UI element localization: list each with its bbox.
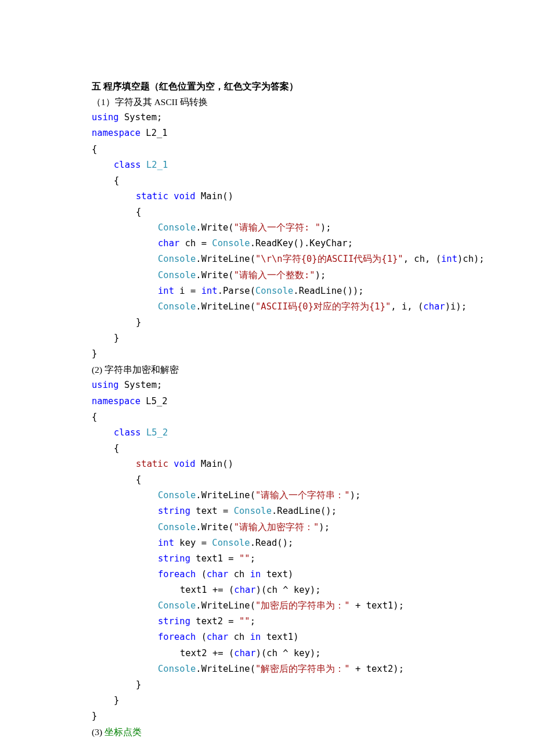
code-line: class L5_2 (92, 425, 447, 441)
code-line: char ch = Console.ReadKey().KeyChar; (92, 236, 447, 251)
code-line: namespace L2_1 (92, 125, 447, 141)
code-line: { (92, 204, 447, 220)
code-line: Console.WriteLine("\r\n字符{0}的ASCII代码为{1}… (92, 251, 447, 267)
code-line: { (92, 472, 447, 488)
code-line: } (92, 708, 447, 724)
code-line: string text1 = ""; (92, 551, 447, 567)
section-title: 五 程序填空题（红色位置为空，红色文字为答案） (92, 78, 447, 94)
code-line: Console.WriteLine("请输入一个字符串："); (92, 488, 447, 503)
code-line: { (92, 173, 447, 189)
code-line: Console.Write("请输入加密字符："); (92, 520, 447, 535)
code-line: namespace L5_2 (92, 394, 447, 409)
document-page: 五 程序填空题（红色位置为空，红色文字为答案） （1）字符及其 ASCII 码转… (0, 0, 534, 756)
code-line: static void Main() (92, 189, 447, 204)
subsection-3-heading: (3) 坐标点类 (92, 724, 447, 740)
code-line: } (92, 346, 447, 362)
subsection-1-heading: （1）字符及其 ASCII 码转换 (92, 94, 447, 110)
code-line: { (92, 441, 447, 456)
code-line: Console.WriteLine("解密后的字符串为：" + text2); (92, 661, 447, 677)
code-line: int i = int.Parse(Console.ReadLine()); (92, 283, 447, 299)
code-line: } (92, 677, 447, 693)
subsection-2-heading: (2) 字符串加密和解密 (92, 362, 447, 377)
code-line: text2 += (char)(ch ^ key); (92, 646, 447, 661)
code-line: Console.WriteLine("ASCII码{0}对应的字符为{1}", … (92, 299, 447, 315)
code-line: { (92, 142, 447, 157)
code-line: } (92, 315, 447, 330)
code-line: } (92, 693, 447, 708)
code-line: static void Main() (92, 456, 447, 472)
code-line: string text = Console.ReadLine(); (92, 503, 447, 519)
code-line: { (92, 409, 447, 425)
code-line: Console.Write("请输入一个整数:"); (92, 268, 447, 283)
code-line: class L2_1 (92, 157, 447, 173)
code-line: text1 += (char)(ch ^ key); (92, 582, 447, 598)
code-line: } (92, 330, 447, 346)
code-line: Console.Write("请输入一个字符: "); (92, 220, 447, 236)
code-line: foreach (char ch in text1) (92, 629, 447, 645)
code-line: foreach (char ch in text) (92, 567, 447, 582)
code-line: using System; (92, 377, 447, 393)
code-line: string text2 = ""; (92, 614, 447, 629)
code-line: using System; (92, 110, 447, 125)
code-line: Console.WriteLine("加密后的字符串为：" + text1); (92, 598, 447, 614)
code-line: int key = Console.Read(); (92, 535, 447, 551)
